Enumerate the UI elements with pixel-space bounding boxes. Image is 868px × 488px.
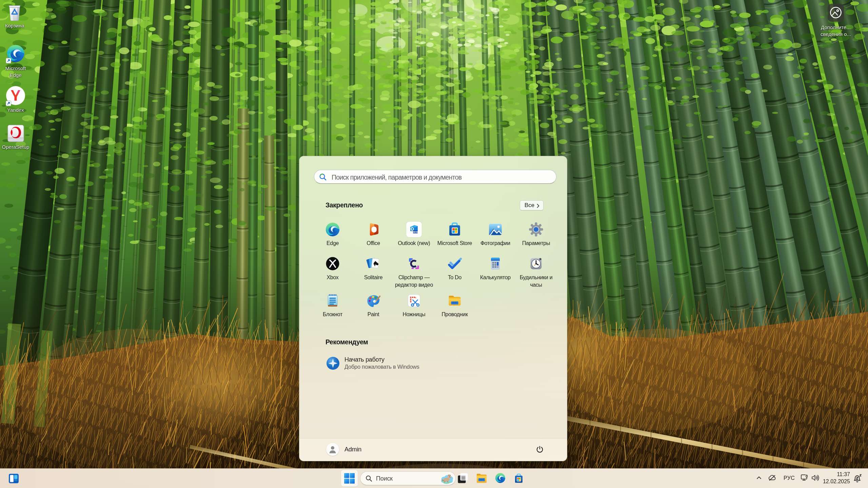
svg-text:NEW: NEW bbox=[413, 231, 418, 233]
